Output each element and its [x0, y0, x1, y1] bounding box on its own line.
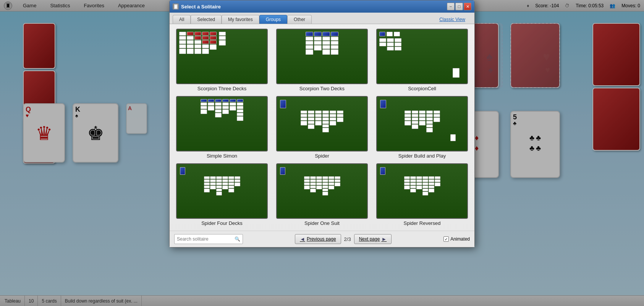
dialog-title: Select a Solitaire [181, 4, 221, 10]
game-spider-reversed[interactable]: Spider Reversed [374, 163, 470, 226]
search-input[interactable] [177, 236, 233, 242]
tab-my-favorites[interactable]: My favorites [222, 15, 259, 24]
game-thumb-spider-build-and-play [376, 96, 468, 151]
prev-page-button[interactable]: ◄ Previous page [295, 234, 341, 244]
game-label-simple-simon: Simple Simon [207, 153, 237, 159]
page-indicator: 2/3 [344, 236, 351, 242]
search-icon: 🔍 [235, 236, 240, 242]
game-label-spider: Spider [315, 153, 329, 159]
game-thumb-spider-one-suit [276, 163, 368, 219]
dialog-title-area: 🂠 Select a Solitaire [173, 3, 221, 10]
modal-overlay: 🂠 Select a Solitaire − □ ✕ All Selected … [0, 0, 644, 306]
prev-arrow-icon: ◄ [300, 236, 305, 242]
tab-selected[interactable]: Selected [191, 15, 222, 24]
game-simple-simon[interactable]: Simple Simon [174, 96, 270, 159]
next-page-label: Next page [359, 236, 380, 242]
select-solitaire-dialog: 🂠 Select a Solitaire − □ ✕ All Selected … [169, 0, 475, 247]
dialog-restore-button[interactable]: □ [455, 3, 463, 10]
game-label-spider-four-decks: Spider Four Decks [201, 220, 243, 226]
game-spider[interactable]: Spider [274, 96, 370, 159]
prev-page-label: Previous page [307, 236, 336, 242]
animated-label: Animated [450, 236, 470, 242]
animated-checkbox-area[interactable]: ✓ Animated [443, 236, 470, 242]
tab-all[interactable]: All [173, 15, 191, 24]
game-scorpion-two-decks[interactable]: Scorpion Two Decks [274, 29, 370, 91]
game-spider-build-and-play[interactable]: Spider Build and Play [374, 96, 470, 159]
search-box[interactable]: 🔍 [174, 234, 243, 244]
game-label-spider-reversed: Spider Reversed [404, 220, 441, 226]
dialog-footer: 🔍 ◄ Previous page 2/3 Next page ► ✓ [170, 231, 474, 247]
game-scorpion-cell[interactable]: ScorpionCell [374, 29, 470, 91]
game-label-spider-one-suit: Spider One Suit [304, 220, 340, 226]
dialog-icon: 🂠 [173, 3, 179, 10]
game-spider-one-suit[interactable]: Spider One Suit [274, 163, 370, 226]
game-thumb-spider-four-decks [176, 163, 268, 219]
game-label-scorpion-two-decks: Scorpion Two Decks [299, 86, 345, 91]
game-thumb-spider-reversed [376, 163, 468, 219]
game-scorpion-three-decks[interactable]: Scorpion Three Decks [174, 29, 270, 91]
tab-bar: All Selected My favorites Groups Other C… [170, 13, 474, 24]
dialog-window-controls: − □ ✕ [447, 3, 471, 10]
next-page-button[interactable]: Next page ► [354, 234, 392, 244]
game-thumb-scorpion-cell [376, 29, 468, 84]
game-thumb-scorpion-two-decks [276, 29, 368, 84]
game-thumb-scorpion-three-decks [176, 29, 268, 84]
game-thumb-simple-simon [176, 96, 268, 151]
tab-groups[interactable]: Groups [259, 15, 287, 24]
game-label-spider-build-and-play: Spider Build and Play [398, 153, 446, 159]
game-spider-four-decks[interactable]: Spider Four Decks [174, 163, 270, 226]
dialog-titlebar: 🂠 Select a Solitaire − □ ✕ [170, 0, 474, 13]
games-grid: Scorpion Three Decks [170, 24, 474, 231]
classic-view-link[interactable]: Classic View [436, 15, 468, 24]
game-label-scorpion-three-decks: Scorpion Three Decks [197, 86, 246, 91]
dialog-close-button[interactable]: ✕ [464, 3, 471, 10]
game-label-scorpion-cell: ScorpionCell [408, 86, 436, 91]
dialog-minimize-button[interactable]: − [447, 3, 455, 10]
tab-other[interactable]: Other [287, 15, 312, 24]
animated-checkbox[interactable]: ✓ [443, 236, 449, 242]
check-icon: ✓ [445, 237, 448, 241]
next-arrow-icon: ► [381, 236, 387, 242]
page-controls: ◄ Previous page 2/3 Next page ► [295, 234, 392, 244]
game-thumb-spider [276, 96, 368, 151]
